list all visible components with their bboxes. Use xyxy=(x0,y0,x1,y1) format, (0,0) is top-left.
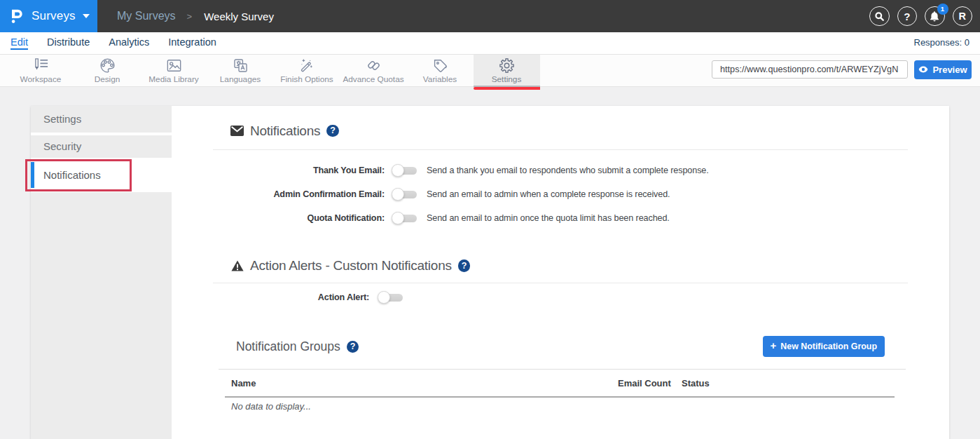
toolbar-item-media-library[interactable]: Media Library xyxy=(141,55,207,86)
action-alert-row: Action Alert: xyxy=(213,285,908,309)
survey-url-input[interactable] xyxy=(712,60,908,79)
sidebar-filler xyxy=(31,192,172,439)
sidebar-item-notifications[interactable]: Notifications xyxy=(31,161,172,189)
tab-integration[interactable]: Integration xyxy=(168,36,216,48)
action-alert-toggle[interactable] xyxy=(378,291,403,304)
notification-groups-table: Name Email Count Status No data to displ… xyxy=(219,369,906,412)
column-header-name: Name xyxy=(225,370,612,396)
pencil-list-icon xyxy=(32,57,50,74)
chevron-down-icon xyxy=(83,14,90,18)
notifications-panel: Notifications ? Thank You Email: Send a … xyxy=(172,106,949,439)
question-mark-icon: ? xyxy=(904,11,910,22)
admin-confirmation-email-toggle[interactable] xyxy=(392,188,417,201)
empty-table-message: No data to display... xyxy=(225,398,906,412)
row-label: Quota Notification: xyxy=(213,213,385,223)
gear-icon xyxy=(498,57,516,74)
row-description: Send an email to admin once the quota li… xyxy=(427,213,670,223)
help-icon[interactable]: ? xyxy=(347,341,359,353)
tab-distribute[interactable]: Distribute xyxy=(47,36,90,48)
product-menu[interactable]: Surveys xyxy=(0,0,97,32)
toolbar-item-advance-quotas[interactable]: Advance Quotas xyxy=(340,55,407,86)
quota-notification-toggle[interactable] xyxy=(392,212,417,224)
toolbar-item-variables[interactable]: Variables xyxy=(407,55,474,86)
search-icon xyxy=(874,11,885,22)
row-label: Admin Confirmation Email: xyxy=(213,189,385,199)
breadcrumb: My Surveys > Weekly Survey xyxy=(117,0,274,32)
envelope-icon xyxy=(230,126,244,136)
section-title: Notifications xyxy=(250,123,320,139)
translate-icon xyxy=(232,57,249,74)
breadcrumb-my-surveys[interactable]: My Surveys xyxy=(117,10,176,22)
settings-card: Settings Security Notifications Notifica… xyxy=(31,106,949,439)
row-label: Action Alert: xyxy=(213,292,369,302)
magic-wand-icon xyxy=(298,57,316,74)
row-description: Send an email to admin when a complete r… xyxy=(427,189,670,199)
toolbar-item-workspace[interactable]: Workspace xyxy=(8,55,74,86)
notifications-button[interactable]: 1 xyxy=(925,6,945,27)
admin-confirmation-email-row: Admin Confirmation Email: Send an email … xyxy=(213,182,908,206)
sidebar-item-security[interactable]: Security xyxy=(31,135,172,158)
tag-icon xyxy=(432,57,449,74)
questionpro-logo-icon xyxy=(11,9,23,23)
row-description: Send a thank you email to respondents wh… xyxy=(427,166,709,175)
palette-icon xyxy=(99,57,116,74)
toolbar-item-settings[interactable]: Settings xyxy=(474,55,540,86)
search-button[interactable] xyxy=(869,6,890,27)
help-icon[interactable]: ? xyxy=(458,259,471,272)
tab-edit[interactable]: Edit xyxy=(11,36,28,48)
topbar: Surveys My Surveys > Weekly Survey ? 1 R xyxy=(0,0,980,32)
table-header-row: Name Email Count Status xyxy=(225,370,895,398)
notifications-section-header: Notifications ? xyxy=(230,123,908,139)
thank-you-email-row: Thank You Email: Send a thank you email … xyxy=(213,158,908,182)
action-alerts-section-header: Action Alerts - Custom Notifications ? xyxy=(231,258,908,273)
column-header-email-count: Email Count xyxy=(612,370,675,396)
thank-you-email-toggle[interactable] xyxy=(392,164,417,177)
toolbar-item-languages[interactable]: Languages xyxy=(207,55,274,86)
settings-page: Settings Security Notifications Notifica… xyxy=(0,87,980,436)
toolbar-item-design[interactable]: Design xyxy=(74,55,141,86)
survey-nav: Edit Distribute Analytics Integration Re… xyxy=(0,32,980,55)
notification-badge: 1 xyxy=(937,4,948,15)
eye-icon xyxy=(918,66,928,73)
chain-link-icon xyxy=(365,57,382,74)
product-name: Surveys xyxy=(32,9,76,23)
row-label: Thank You Email: xyxy=(213,166,385,175)
section-title: Notification Groups xyxy=(236,339,340,354)
breadcrumb-survey-title: Weekly Survey xyxy=(204,11,274,22)
new-notification-group-button[interactable]: + New Notification Group xyxy=(763,336,885,357)
breadcrumb-separator-icon: > xyxy=(187,11,193,22)
responses-count: Responses: 0 xyxy=(914,37,970,48)
divider xyxy=(213,283,908,283)
preview-button[interactable]: Preview xyxy=(914,60,972,79)
avatar[interactable]: R xyxy=(953,6,973,27)
image-icon xyxy=(165,57,183,74)
toolbar-item-finish-options[interactable]: Finish Options xyxy=(274,55,340,86)
settings-sidebar: Settings Security Notifications xyxy=(31,106,172,439)
avatar-initial: R xyxy=(959,11,966,22)
plus-icon: + xyxy=(771,340,777,352)
quota-notification-row: Quota Notification: Send an email to adm… xyxy=(213,206,908,230)
section-title: Action Alerts - Custom Notifications xyxy=(250,258,452,273)
sidebar-item-settings[interactable]: Settings xyxy=(31,106,172,133)
help-button[interactable]: ? xyxy=(897,6,918,27)
column-header-status: Status xyxy=(675,370,716,396)
help-icon[interactable]: ? xyxy=(326,125,339,137)
tab-analytics[interactable]: Analytics xyxy=(109,36,149,48)
edit-toolbar: Workspace Design Media Library Languages xyxy=(0,55,980,87)
divider xyxy=(213,149,908,150)
warning-triangle-icon xyxy=(231,260,244,271)
